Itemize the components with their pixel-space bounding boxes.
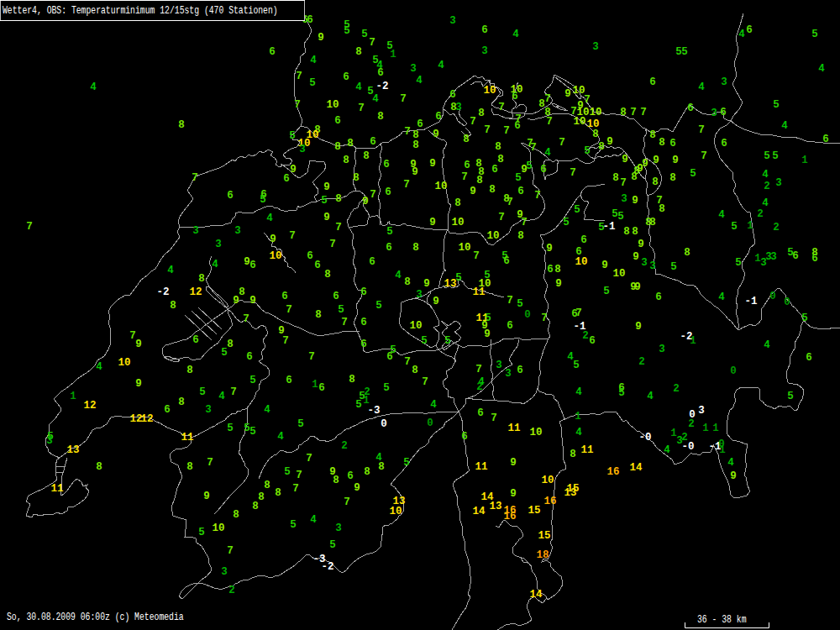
svg-text:6: 6 xyxy=(333,291,339,302)
svg-text:9: 9 xyxy=(632,195,638,207)
svg-text:13: 13 xyxy=(564,487,576,499)
svg-text:4: 4 xyxy=(512,29,519,40)
svg-text:8: 8 xyxy=(495,141,501,153)
svg-text:3: 3 xyxy=(621,193,627,205)
svg-text:6: 6 xyxy=(514,120,521,132)
svg-text:16: 16 xyxy=(543,496,556,507)
svg-text:4: 4 xyxy=(264,404,270,416)
svg-text:4: 4 xyxy=(575,386,582,398)
svg-text:5: 5 xyxy=(444,335,451,347)
svg-text:5: 5 xyxy=(526,160,533,172)
svg-text:7: 7 xyxy=(698,124,705,136)
svg-text:5: 5 xyxy=(563,217,570,228)
svg-text:7: 7 xyxy=(546,116,553,128)
svg-text:9: 9 xyxy=(635,321,642,333)
svg-text:7: 7 xyxy=(620,177,627,189)
svg-text:4: 4 xyxy=(355,81,362,93)
svg-text:8: 8 xyxy=(378,461,385,473)
svg-text:3: 3 xyxy=(698,405,705,417)
svg-text:8: 8 xyxy=(497,154,504,165)
svg-text:5: 5 xyxy=(681,46,688,58)
svg-text:10: 10 xyxy=(589,107,601,118)
svg-text:6: 6 xyxy=(281,291,288,302)
svg-text:10: 10 xyxy=(541,475,554,486)
svg-text:7: 7 xyxy=(470,116,476,128)
svg-text:8: 8 xyxy=(258,491,265,503)
svg-text:1: 1 xyxy=(801,155,808,166)
svg-text:8: 8 xyxy=(343,155,349,166)
svg-text:8: 8 xyxy=(478,108,485,119)
svg-text:9: 9 xyxy=(601,260,608,271)
svg-text:10: 10 xyxy=(212,522,224,534)
svg-text:9: 9 xyxy=(653,155,659,166)
svg-text:6: 6 xyxy=(822,134,829,145)
svg-text:4: 4 xyxy=(664,444,670,456)
svg-text:4: 4 xyxy=(310,514,317,526)
svg-text:6: 6 xyxy=(347,470,354,482)
svg-text:16: 16 xyxy=(503,511,516,522)
svg-text:7: 7 xyxy=(584,94,591,106)
svg-text:6: 6 xyxy=(370,136,376,148)
svg-text:3: 3 xyxy=(496,360,502,371)
svg-text:6: 6 xyxy=(580,234,587,246)
svg-text:9: 9 xyxy=(203,491,210,502)
svg-text:7: 7 xyxy=(570,167,576,179)
svg-text:9: 9 xyxy=(637,163,643,175)
svg-text:7: 7 xyxy=(498,212,505,223)
svg-text:10: 10 xyxy=(118,357,130,369)
svg-text:0: 0 xyxy=(381,418,387,430)
svg-text:14: 14 xyxy=(629,462,643,474)
svg-text:9: 9 xyxy=(510,457,517,469)
svg-text:2: 2 xyxy=(764,181,770,192)
svg-text:2: 2 xyxy=(688,418,695,430)
svg-text:11: 11 xyxy=(472,286,485,298)
svg-text:9: 9 xyxy=(429,217,436,228)
svg-text:6: 6 xyxy=(286,375,292,386)
svg-text:5: 5 xyxy=(764,150,770,162)
svg-text:3: 3 xyxy=(455,102,462,113)
svg-text:5: 5 xyxy=(309,77,316,89)
svg-text:8: 8 xyxy=(489,184,496,196)
svg-text:7: 7 xyxy=(282,335,289,347)
svg-text:8: 8 xyxy=(364,466,370,478)
svg-text:8: 8 xyxy=(612,172,619,184)
svg-text:8: 8 xyxy=(554,264,561,276)
svg-text:12: 12 xyxy=(189,286,202,298)
svg-text:6: 6 xyxy=(721,138,727,150)
svg-text:0: 0 xyxy=(769,291,776,302)
svg-text:0: 0 xyxy=(784,297,790,308)
svg-text:0: 0 xyxy=(730,365,737,377)
svg-text:7: 7 xyxy=(575,307,582,319)
svg-text:8: 8 xyxy=(659,203,665,215)
svg-text:16: 16 xyxy=(606,466,619,478)
svg-text:8: 8 xyxy=(275,487,281,499)
svg-text:3: 3 xyxy=(770,251,777,263)
svg-text:7: 7 xyxy=(227,545,234,557)
svg-text:2: 2 xyxy=(341,440,348,452)
svg-text:6: 6 xyxy=(481,24,488,36)
svg-text:4: 4 xyxy=(416,75,423,87)
svg-text:1: 1 xyxy=(575,411,581,423)
svg-text:7: 7 xyxy=(403,179,410,191)
svg-text:11: 11 xyxy=(50,483,63,495)
svg-text:7: 7 xyxy=(358,102,365,114)
svg-text:14: 14 xyxy=(529,589,543,601)
svg-text:8: 8 xyxy=(96,461,102,473)
svg-text:6: 6 xyxy=(283,173,290,185)
svg-text:9: 9 xyxy=(634,281,641,293)
svg-text:8: 8 xyxy=(669,172,676,184)
svg-text:6: 6 xyxy=(269,46,276,58)
svg-text:4: 4 xyxy=(266,213,273,224)
svg-text:1: 1 xyxy=(702,423,709,434)
svg-text:5: 5 xyxy=(731,221,738,233)
svg-text:6: 6 xyxy=(307,250,313,262)
svg-text:5: 5 xyxy=(403,457,410,469)
svg-text:6: 6 xyxy=(334,115,341,127)
svg-text:4: 4 xyxy=(698,81,705,93)
svg-text:5: 5 xyxy=(284,466,291,478)
svg-text:4: 4 xyxy=(218,391,225,402)
svg-text:6: 6 xyxy=(360,286,367,298)
svg-text:8: 8 xyxy=(649,217,656,228)
svg-text:5: 5 xyxy=(386,226,393,238)
svg-text:8: 8 xyxy=(324,269,331,281)
